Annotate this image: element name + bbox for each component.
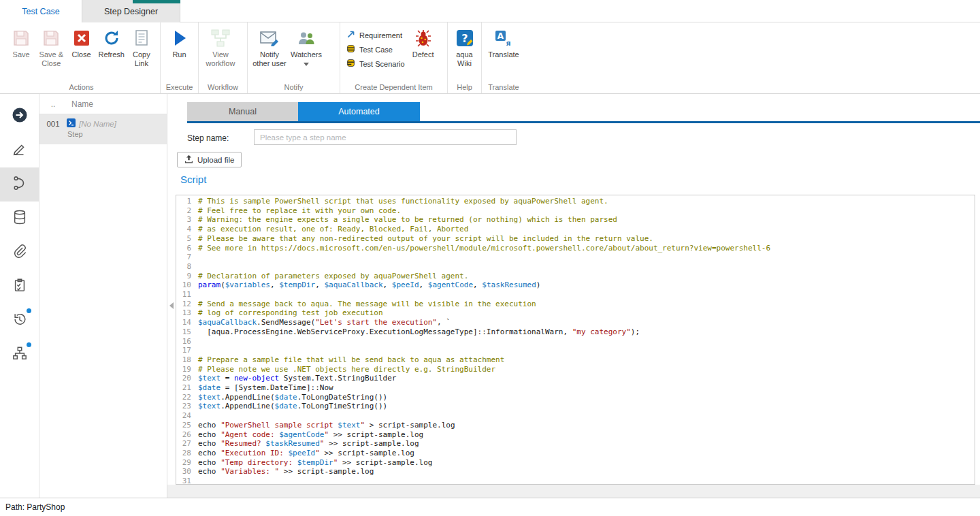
- save-button[interactable]: Save: [6, 24, 36, 59]
- sidebar-item-attachments[interactable]: [0, 236, 39, 270]
- line-number: 28: [176, 449, 198, 458]
- tab-automated-label: Automated: [338, 107, 379, 116]
- code-line: 27echo "Resumed? $taskResumed" >> script…: [176, 439, 975, 449]
- sidebar-item-expand[interactable]: [0, 99, 39, 133]
- line-number: 23: [176, 402, 198, 411]
- line-number: 24: [176, 411, 198, 421]
- notify-other-user-button[interactable]: Notify other user: [251, 24, 288, 67]
- hierarchy-icon: [12, 346, 27, 364]
- ribbon-group-execute: Run Execute: [161, 22, 199, 93]
- close-button[interactable]: Close: [66, 24, 96, 59]
- tab-test-case[interactable]: Test Case: [0, 0, 82, 22]
- code-text: echo "Execution ID: $peeId" >> script-sa…: [198, 449, 414, 458]
- steps-list-header: .. Name: [39, 94, 167, 114]
- code-text: # Please note we use .NET objects here d…: [198, 365, 495, 374]
- run-button[interactable]: Run: [164, 24, 195, 59]
- ribbon: Save Save & Close Close: [0, 22, 980, 94]
- code-line: 15 [aqua.ProcessEngine.WebServiceProxy.E…: [176, 327, 975, 337]
- test-scenario-icon: [346, 59, 355, 69]
- script-editor[interactable]: 1# This is sample PowerShell script that…: [176, 195, 975, 485]
- create-dependent-list: Requirement Test Case Test Scenario: [344, 24, 408, 71]
- close-icon: [73, 29, 91, 48]
- code-line: 6# See more in https://docs.microsoft.co…: [176, 244, 975, 253]
- translate-button[interactable]: Aя Translate: [485, 24, 522, 59]
- line-number: 5: [176, 234, 198, 244]
- view-workflow-icon: [210, 29, 231, 48]
- ribbon-group-help: ? aqua Wiki Help: [448, 22, 482, 93]
- group-label-actions: Actions: [3, 83, 160, 91]
- step-type-text: Step: [67, 130, 167, 138]
- code-text: # Declaration of parameters exposed by a…: [198, 272, 468, 281]
- left-icon-sidebar: [0, 94, 39, 498]
- tab-step-designer-label: Step Designer: [104, 7, 158, 16]
- code-line: 11: [176, 290, 975, 300]
- line-number: 27: [176, 439, 198, 449]
- save-and-close-label: Save & Close: [36, 50, 66, 67]
- code-text: # Please be aware that any non-redirecte…: [198, 234, 653, 244]
- bottom-strip: [167, 485, 980, 498]
- code-text: [aqua.ProcessEngine.WebServiceProxy.Exec…: [198, 327, 640, 337]
- line-number: 9: [176, 272, 198, 281]
- refresh-button[interactable]: Refresh: [97, 24, 127, 59]
- defect-button[interactable]: Defect: [408, 24, 439, 59]
- ribbon-group-create-dependent: Requirement Test Case Test Scenario: [340, 22, 448, 93]
- code-line: 16: [176, 337, 975, 346]
- tab-automated[interactable]: Automated: [298, 102, 420, 121]
- code-text: param($variables, $tempDir, $aquaCallbac…: [198, 280, 540, 290]
- copy-link-button[interactable]: Copy Link: [127, 24, 157, 67]
- watchers-label: Watchers: [291, 50, 322, 59]
- ribbon-group-workflow: View workflow Workflow: [199, 22, 248, 93]
- tab-test-case-label: Test Case: [22, 7, 60, 16]
- code-line: 29echo "Temp directory: $tempDir" >> scr…: [176, 458, 975, 468]
- sidebar-item-edit[interactable]: [0, 133, 39, 167]
- code-line: 28echo "Execution ID: $peeId" >> script-…: [176, 449, 975, 458]
- create-test-scenario-button[interactable]: Test Scenario: [344, 57, 408, 71]
- aqua-wiki-button[interactable]: ? aqua Wiki: [451, 24, 478, 67]
- arrow-circle-icon: [12, 107, 28, 126]
- code-text: # Prepare a sample file that will be sen…: [198, 355, 504, 365]
- code-text: # Warning: the engine expects a single v…: [198, 215, 617, 225]
- code-line: 21$date = [System.DateTime]::Now: [176, 383, 975, 393]
- steps-flow-icon: [12, 176, 27, 193]
- step-list-item[interactable]: 001 [No Name] Step: [39, 114, 167, 144]
- sidebar-item-hierarchy[interactable]: [0, 338, 39, 372]
- step-type-icon: [67, 118, 76, 129]
- sidebar-item-history[interactable]: [0, 304, 39, 338]
- translate-label: Translate: [488, 50, 519, 59]
- sidebar-item-checklist[interactable]: [0, 270, 39, 304]
- column-header-dots: ..: [39, 99, 67, 109]
- view-workflow-button[interactable]: View workflow: [202, 24, 239, 67]
- copy-link-icon: [133, 29, 150, 48]
- watchers-button[interactable]: Watchers: [288, 24, 325, 66]
- upload-file-button[interactable]: Upload file: [177, 152, 242, 167]
- code-text: # See more in https://docs.microsoft.com…: [198, 244, 770, 253]
- view-workflow-label: View workflow: [202, 50, 239, 67]
- line-number: 15: [176, 327, 198, 337]
- status-bar: Path: PartyShop: [0, 498, 980, 516]
- step-item-body: [No Name] Step: [67, 114, 167, 144]
- save-and-close-button[interactable]: Save & Close: [36, 24, 66, 67]
- line-number: 14: [176, 318, 198, 327]
- sidebar-item-steps[interactable]: [0, 167, 39, 201]
- copy-link-label: Copy Link: [127, 50, 157, 67]
- group-label-help: Help: [448, 83, 481, 91]
- code-text: # as execution result, one of: Ready, Bl…: [198, 225, 468, 234]
- svg-text:A: A: [497, 31, 504, 41]
- collapse-panel-handle[interactable]: [169, 302, 174, 309]
- create-test-case-button[interactable]: Test Case: [344, 42, 408, 57]
- code-text: # This is sample PowerShell script that …: [198, 197, 608, 206]
- line-number: 4: [176, 225, 198, 234]
- create-requirement-button[interactable]: Requirement: [344, 28, 408, 42]
- test-case-icon: [346, 44, 355, 54]
- create-test-scenario-label: Test Scenario: [359, 60, 405, 68]
- sidebar-item-data[interactable]: [0, 201, 39, 236]
- line-number: 31: [176, 477, 198, 485]
- step-name-input[interactable]: [254, 129, 517, 145]
- code-line: 20$text = new-object System.Text.StringB…: [176, 374, 975, 383]
- upload-icon: [184, 155, 193, 165]
- line-number: 25: [176, 421, 198, 430]
- tab-manual[interactable]: Manual: [187, 102, 298, 121]
- code-text: # Send a message back to aqua. The messa…: [198, 300, 536, 309]
- step-name-label: Step name:: [187, 130, 229, 146]
- group-label-translate: Translate: [482, 83, 525, 91]
